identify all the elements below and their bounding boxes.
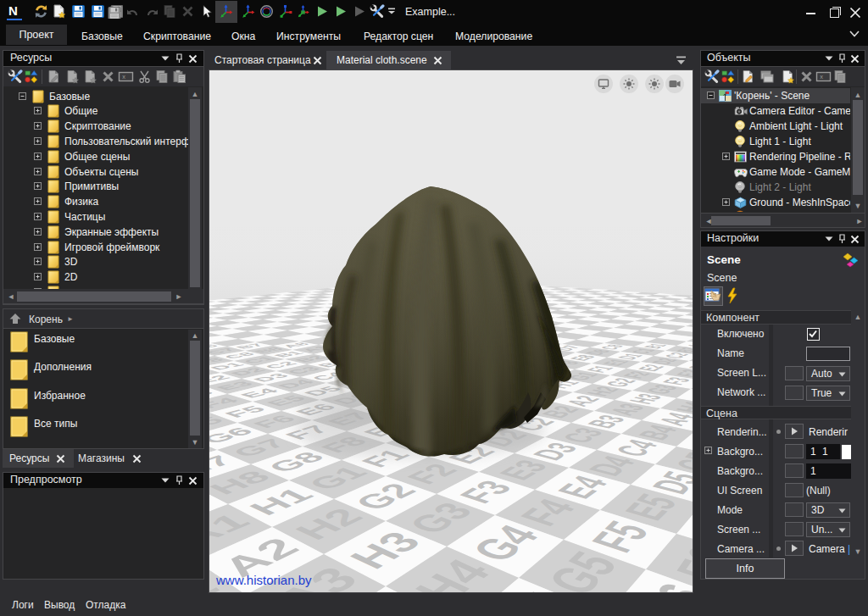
svg-text:A4: A4 <box>328 592 442 593</box>
svg-text:x: x <box>122 74 125 80</box>
svg-text:x: x <box>820 74 823 80</box>
